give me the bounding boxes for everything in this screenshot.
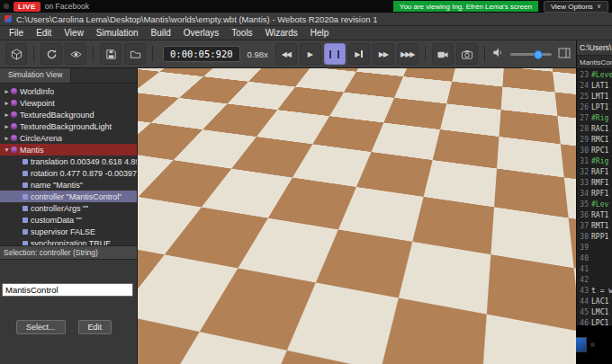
expand-arrow[interactable]: ► [3,88,11,94]
code-line: 37RMT1 [577,221,612,232]
camera-icon [461,49,473,60]
code-line: 44LAC1 [577,297,612,307]
scene-tree-toggle-button[interactable] [5,43,27,65]
code-line: 29RMC1 [577,135,612,146]
tree-item-mantis[interactable]: ▼Mantis [0,144,137,155]
field-icon [22,182,28,188]
menu-overlays[interactable]: Overlays [177,28,225,38]
play-button[interactable]: ▶ [300,43,321,65]
tree-item-translation[interactable]: translation 0.00349 0.618 4.89 [0,155,137,167]
speaker-icon[interactable] [491,46,504,62]
code-text: t = w [591,286,612,297]
menu-view[interactable]: View [58,28,90,38]
code-line: 39 [577,243,612,253]
step-button[interactable]: ▶ [348,43,370,65]
tree-item-worldinfo[interactable]: ►WorldInfo [0,85,137,97]
title-bar: C:\Users\Carolina Lema\Desktop\Mantis\wo… [0,13,612,26]
editor-file-path: C:\Users\ [577,40,612,56]
expand-arrow[interactable]: ► [3,135,11,141]
node-icon [11,111,17,118]
selection-status: Selection: controller (String) [0,245,137,260]
code-lines[interactable]: 23#Leve24LAT125LMT126LPT127#Rig28RAC129R… [577,69,612,364]
line-number: 42 [577,275,589,286]
field-icon [22,206,28,211]
cube-icon [11,49,22,60]
menu-wizards[interactable]: Wizards [259,28,304,38]
code-line: 35#Lev [577,200,612,210]
tree-item-controller[interactable]: controller "MantisControl" [0,191,137,202]
expand-arrow[interactable]: ▼ [3,146,11,153]
volume-slider-knob[interactable] [534,50,543,59]
tab-simulation-view[interactable]: Simulation View [0,68,71,83]
field-icon [22,229,28,235]
controller-value-input[interactable] [2,283,133,297]
restore-viewpoint-button[interactable] [65,43,86,65]
run-fast-button[interactable]: ▶▶▶ [397,43,418,65]
fast-forward-button[interactable]: ▶▶ [373,43,394,65]
tree-item-rotation[interactable]: rotation 0.477 0.879 -0.00397 0.0207 [0,167,137,179]
tree-item-label: WorldInfo [20,87,54,96]
code-text: #Rig [591,156,608,167]
tree-item-label: supervisor FALSE [31,227,95,236]
tree-item-label: Viewpoint [20,99,55,108]
edit-button[interactable]: Edit [78,320,112,334]
view-options-button[interactable]: View Options ∨ [544,1,608,13]
tab-mantiscontrol[interactable]: MantisControl [577,56,612,69]
pause-button[interactable] [324,43,346,65]
select-button[interactable]: Select... [16,320,66,334]
open-world-button[interactable] [124,43,146,65]
code-text: RAC1 [591,124,608,135]
eye-icon [70,49,82,60]
code-text: #Leve [591,70,612,81]
rewind-button[interactable]: ◀◀ [275,43,297,65]
menu-help[interactable]: Help [304,28,336,38]
expand-arrow[interactable]: ► [3,100,11,106]
movie-record-button[interactable] [432,43,454,65]
pane-layout-icon[interactable] [558,46,571,62]
menu-tools[interactable]: Tools [225,28,258,38]
line-number: 25 [577,92,589,102]
line-number: 36 [577,210,589,221]
simulation-time-display: 0:00:05:920 [163,46,240,62]
menu-edit[interactable]: Edit [30,28,58,38]
tree-item-synchronization[interactable]: synchronization TRUE [0,237,137,245]
tree-item-circlearena[interactable]: ►CircleArena [0,132,137,144]
tree-item-name[interactable]: name "Mantis" [0,179,137,191]
screenshot-button[interactable] [456,43,478,65]
tree-item-supervisor[interactable]: supervisor FALSE [0,226,137,237]
tree-item-texturedbackground[interactable]: ►TexturedBackground [0,109,137,120]
tree-item-customdata[interactable]: customData "" [0,214,137,226]
toolbar: 0:00:05:920 0.98x ◀◀ ▶ ▶ ▶▶ ▶▶▶ [0,40,576,68]
mantis-robot[interactable] [192,115,498,344]
line-number: 35 [577,200,589,210]
save-world-button[interactable] [100,43,122,65]
tree-item-texturedbackgroundlight[interactable]: ►TexturedBackgroundLight [0,120,137,132]
stream-preview[interactable] [560,325,612,364]
shared-screen-thumbnail [565,337,587,352]
expand-arrow[interactable]: ► [3,123,11,129]
code-text: #Rig [591,113,608,124]
menu-build[interactable]: Build [145,28,177,38]
tree-item-label: Mantis [20,146,44,155]
menu-simulation[interactable]: Simulation [90,28,145,38]
tree-item-label: TexturedBackgroundLight [20,122,112,131]
code-line: 31#Rig [577,156,612,167]
expand-arrow[interactable]: ► [3,111,11,118]
node-icon [11,135,17,141]
code-line: 38RPP1 [577,232,612,243]
simulation-speed-display: 0.98x [248,49,268,59]
node-icon [11,100,17,106]
stream-bar: LIVE on Facebook You are viewing Ing. Ef… [0,0,612,13]
reload-world-button[interactable] [40,43,62,65]
scene-tree: ►WorldInfo►Viewpoint►TexturedBackground►… [0,84,137,245]
tree-item-controllerargs[interactable]: controllerArgs "" [0,202,137,214]
tree-item-label: TexturedBackground [20,111,94,120]
3d-viewport[interactable] [138,68,576,364]
code-line: 32RAF1 [577,167,612,178]
simulation-view-tab-bar: Simulation View [0,68,137,84]
menu-file[interactable]: File [3,28,30,38]
volume-slider[interactable] [510,53,552,56]
field-icon [22,218,28,223]
tree-item-viewpoint[interactable]: ►Viewpoint [0,97,137,109]
text-editor-panel: C:\Users\ MantisControl 23#Leve24LAT125L… [576,40,612,364]
